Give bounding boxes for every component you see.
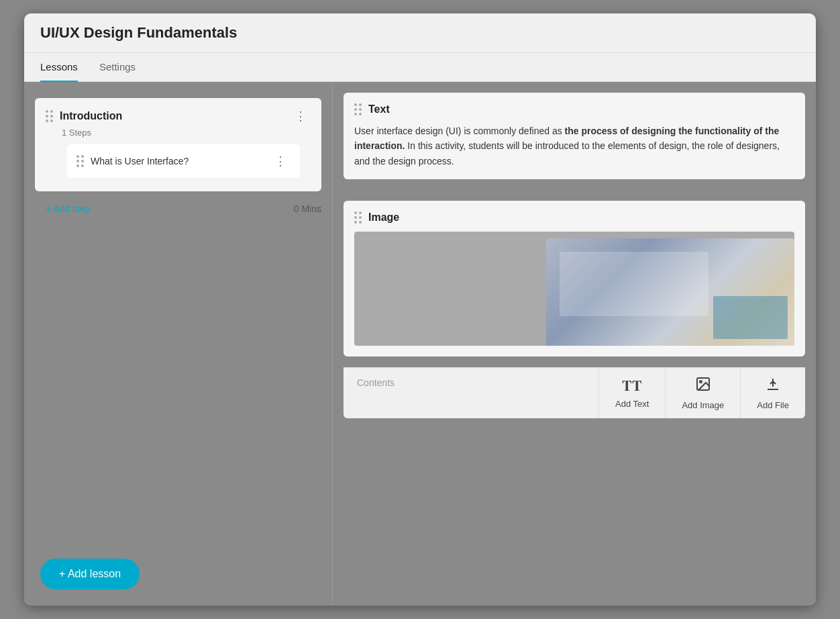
title-bar: UI/UX Design Fundamentals: [24, 13, 816, 53]
page-title: UI/UX Design Fundamentals: [40, 24, 800, 42]
right-panel: Text User interface design (UI) is commo…: [333, 82, 816, 606]
main-window: UI/UX Design Fundamentals Lessons Settin…: [24, 13, 816, 606]
svg-point-1: [700, 381, 702, 383]
image-placeholder: [354, 232, 794, 346]
content-toolbar: Contents 𝐓𝐓 Add Text Add Image: [344, 367, 805, 418]
step-more-icon[interactable]: ⋮: [270, 152, 291, 170]
text-block-content: User interface design (UI) is commonly d…: [354, 124, 794, 169]
add-file-button[interactable]: Add File: [741, 368, 805, 418]
add-image-button[interactable]: Add Image: [666, 368, 741, 418]
lesson-more-icon[interactable]: ⋮: [291, 107, 311, 125]
add-text-label: Add Text: [615, 399, 649, 409]
add-step-label[interactable]: + Add step: [46, 203, 91, 214]
left-panel: Introduction ⋮ 1 Steps What is User Inte…: [24, 82, 333, 606]
lesson-drag-handle[interactable]: [46, 110, 53, 122]
image-mock: [546, 238, 794, 346]
image-block-title: Image: [368, 211, 399, 224]
image-block-drag-handle[interactable]: [354, 211, 362, 224]
tab-lessons[interactable]: Lessons: [40, 53, 78, 82]
add-file-label: Add File: [757, 400, 789, 410]
add-text-button[interactable]: 𝐓𝐓 Add Text: [599, 368, 666, 418]
image-block-header: Image: [354, 211, 794, 224]
step-item[interactable]: What is User Interface? ⋮: [67, 144, 300, 178]
lesson-title: Introduction: [60, 110, 284, 122]
contents-label: Contents: [344, 368, 599, 418]
add-step-row: + Add step 0 Mins: [24, 197, 332, 221]
text-block: Text User interface design (UI) is commo…: [344, 93, 805, 179]
lesson-header: Introduction ⋮: [46, 107, 311, 125]
main-content: Introduction ⋮ 1 Steps What is User Inte…: [24, 82, 816, 606]
lesson-section: Introduction ⋮ 1 Steps What is User Inte…: [35, 98, 321, 191]
add-image-label: Add Image: [682, 400, 724, 410]
add-file-icon: [765, 376, 781, 396]
step-drag-handle[interactable]: [76, 155, 84, 167]
text-block-title: Text: [368, 103, 390, 115]
lesson-steps-count: 1 Steps: [62, 128, 311, 138]
add-text-icon: 𝐓𝐓: [622, 377, 642, 395]
tab-settings[interactable]: Settings: [99, 53, 136, 82]
tabs-bar: Lessons Settings: [24, 53, 816, 82]
image-block: Image: [344, 201, 805, 356]
text-block-drag-handle[interactable]: [354, 103, 362, 115]
text-block-header: Text: [354, 103, 794, 115]
step-title: What is User Interface?: [91, 156, 264, 166]
add-lesson-button[interactable]: + Add lesson: [40, 559, 140, 589]
add-image-icon: [695, 376, 711, 396]
mins-label: 0 Mins: [294, 203, 321, 214]
